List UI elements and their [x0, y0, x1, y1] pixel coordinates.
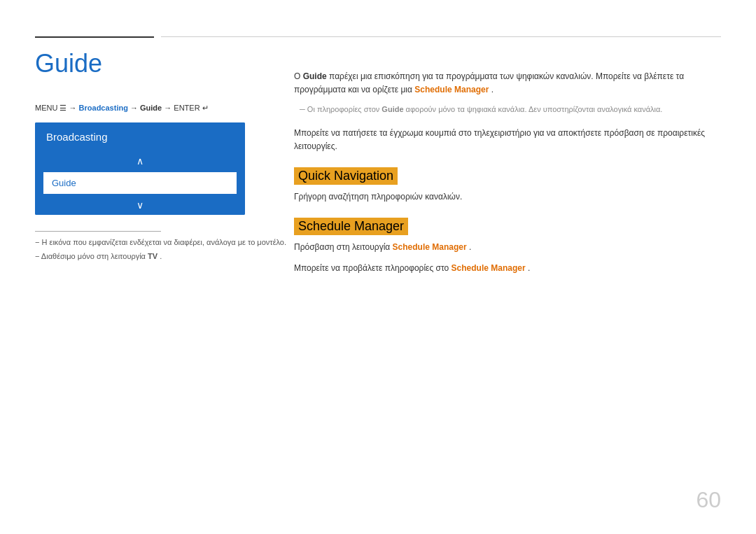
sm-desc1-end: .	[469, 242, 471, 252]
sm-desc2-end: .	[528, 263, 530, 273]
intro-part1: Ο	[294, 71, 303, 81]
note-gray-text: αφορούν μόνο τα ψηφιακά κανάλια. Δεν υπο…	[406, 105, 663, 113]
menu-path: MENU ☰ → Broadcasting → Guide → ENTER ↵	[35, 104, 209, 113]
note-gray-paragraph: ─ Οι πληροφορίες στον Guide αφορούν μόνο…	[294, 104, 721, 115]
sm-desc2-link: Schedule Manager	[451, 263, 526, 273]
sm-desc1-link: Schedule Manager	[393, 242, 467, 252]
intro-part3: .	[491, 85, 493, 94]
schedule-manager-desc2: Μπορείτε να προβάλετε πληροφορίες στο Sc…	[294, 262, 721, 275]
menu-guide: Guide	[140, 104, 162, 112]
schedule-manager-section: Schedule Manager Πρόσβαση στη λειτουργία…	[294, 211, 721, 274]
intro-schedule-manager: Schedule Manager	[414, 85, 489, 94]
menu-symbol: ☰	[59, 104, 66, 112]
menu-arrow1: →	[69, 104, 79, 112]
note2-tv: TV	[148, 252, 158, 260]
top-line-right	[161, 36, 721, 37]
menu-enter-symbol: ↵	[202, 104, 209, 112]
quick-navigation-title: Quick Navigation	[294, 167, 398, 185]
panel-guide-item[interactable]: Guide	[42, 171, 238, 195]
schedule-manager-title: Schedule Manager	[294, 218, 408, 235]
broadcasting-panel: Broadcasting Guide	[35, 122, 245, 215]
page-title: Guide	[35, 49, 102, 78]
note-gray-guide: Guide	[382, 105, 403, 113]
intro-paragraph: Ο Guide παρέχει μια επισκόπηση για τα πρ…	[294, 70, 721, 97]
note2-suffix: .	[160, 252, 162, 260]
panel-header: Broadcasting	[35, 122, 245, 151]
menu-broadcasting: Broadcasting	[79, 104, 128, 112]
panel-arrow-down[interactable]	[35, 195, 245, 215]
panel-divider	[35, 231, 161, 232]
intro-guide-label: Guide	[303, 71, 327, 81]
right-column: Ο Guide παρέχει μια επισκόπηση για τα πρ…	[294, 70, 721, 282]
note-1: − Η εικόνα που εμφανίζεται ενδέχεται να …	[35, 238, 286, 246]
page-number: 60	[696, 487, 721, 513]
note-gray-dash: ─ Οι πληροφορίες στον	[300, 105, 382, 113]
sm-desc2-text: Μπορείτε να προβάλετε πληροφορίες στο	[294, 263, 451, 273]
note2-prefix: − Διαθέσιμο μόνο στη λειτουργία	[35, 252, 148, 260]
colored-buttons-note: Μπορείτε να πατήσετε τα έγχρωμα κουμπιά …	[294, 127, 721, 153]
menu-arrow3: → ENTER	[164, 104, 202, 112]
menu-arrow2: →	[130, 104, 140, 112]
menu-prefix: MENU	[35, 104, 59, 112]
top-line-left	[35, 36, 154, 38]
sm-desc1-text: Πρόσβαση στη λειτουργία	[294, 242, 393, 252]
intro-part2: παρέχει μια επισκόπηση για τα προγράμματ…	[294, 71, 684, 94]
quick-navigation-desc: Γρήγορη αναζήτηση πληροφοριών καναλιών.	[294, 190, 721, 204]
quick-navigation-section: Quick Navigation Γρήγορη αναζήτηση πληρο…	[294, 160, 721, 204]
panel-arrow-up[interactable]	[35, 151, 245, 171]
note-2: − Διαθέσιμο μόνο στη λειτουργία TV .	[35, 252, 162, 260]
schedule-manager-desc1: Πρόσβαση στη λειτουργία Schedule Manager…	[294, 241, 721, 254]
